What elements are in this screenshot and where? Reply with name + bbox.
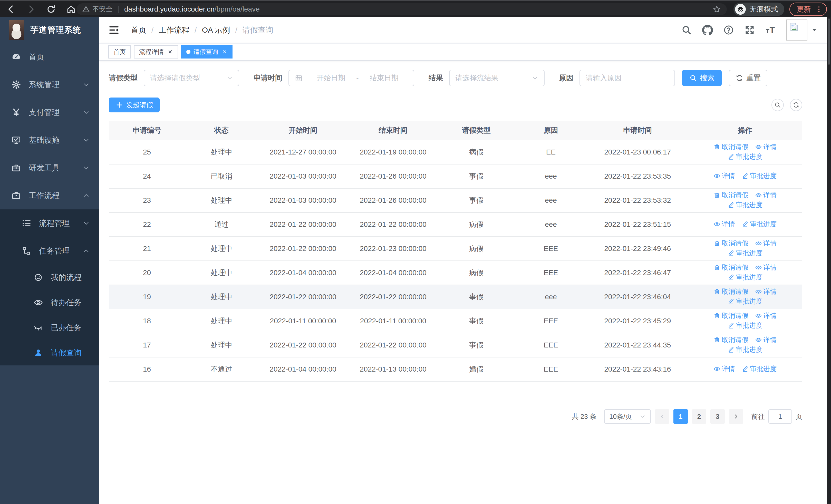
bookmark-star-icon[interactable] xyxy=(712,5,721,13)
detail-link[interactable]: 详情 xyxy=(713,364,735,374)
browser-home-icon[interactable] xyxy=(66,4,76,14)
sidebar-item-流程管理[interactable]: 流程管理 xyxy=(0,209,99,237)
cancel-leave-link[interactable]: 取消请假 xyxy=(713,263,748,272)
breadcrumb-item[interactable]: 首页 xyxy=(131,25,146,35)
page-size-select[interactable]: 10条/页 xyxy=(604,409,651,424)
scrollbar[interactable] xyxy=(827,17,831,504)
table-row-24[interactable]: 24已取消2022-01-03 00:00:002022-01-26 00:00… xyxy=(109,164,802,188)
approval-progress-link[interactable]: 审批进度 xyxy=(742,171,777,180)
reset-button[interactable]: 重置 xyxy=(729,70,767,86)
table-row-22[interactable]: 22通过2022-01-22 00:00:002022-01-22 00:00:… xyxy=(109,212,802,237)
cancel-leave-link[interactable]: 取消请假 xyxy=(713,335,748,345)
detail-link[interactable]: 详情 xyxy=(755,263,777,272)
help-icon[interactable] xyxy=(723,25,734,35)
sidebar-item-研发工具[interactable]: 研发工具 xyxy=(0,154,99,182)
browser-update-button[interactable]: 更新 xyxy=(790,3,827,16)
table-row-17[interactable]: 17处理中2022-01-22 00:00:002022-01-22 00:00… xyxy=(109,333,802,357)
detail-link[interactable]: 详情 xyxy=(755,191,777,200)
sidebar-item-我的流程[interactable]: 我的流程 xyxy=(0,265,99,290)
reason-input[interactable] xyxy=(580,70,675,86)
delete-icon xyxy=(713,312,720,319)
prev-page-button[interactable] xyxy=(655,409,669,424)
detail-link[interactable]: 详情 xyxy=(713,220,735,229)
table-row-21[interactable]: 21处理中2022-01-22 00:00:002022-01-23 00:00… xyxy=(109,237,802,261)
column-header-申请时间: 申请时间 xyxy=(587,121,688,140)
table-row-19[interactable]: 19处理中2022-01-22 00:00:002022-01-22 00:00… xyxy=(109,285,802,309)
sidebar-item-工作流程[interactable]: 工作流程 xyxy=(0,182,99,209)
tab-请假查询[interactable]: 请假查询 xyxy=(181,45,232,59)
detail-link[interactable]: 详情 xyxy=(755,335,777,345)
detail-link[interactable]: 详情 xyxy=(755,311,777,320)
cancel-leave-link[interactable]: 取消请假 xyxy=(713,239,748,248)
not-secure-label: 不安全 xyxy=(92,5,112,13)
address-bar[interactable]: 不安全 dashboard.yudao.iocoder.cn /bpm/oa/l… xyxy=(77,3,727,15)
github-icon[interactable] xyxy=(702,25,713,35)
sidebar-logo-row[interactable]: 芋道管理系统 xyxy=(0,17,99,43)
table-row-25[interactable]: 25处理中2021-12-27 00:00:002022-01-19 00:00… xyxy=(109,140,802,164)
sidebar-item-首页[interactable]: 首页 xyxy=(0,43,99,71)
approval-progress-link[interactable]: 审批进度 xyxy=(727,297,763,306)
apply-time-range-picker[interactable]: 开始日期 - 结束日期 xyxy=(288,70,414,86)
tab-首页[interactable]: 首页 xyxy=(108,45,131,59)
sidebar-item-任务管理[interactable]: 任务管理 xyxy=(0,237,99,265)
sidebar-item-支付管理[interactable]: 支付管理 xyxy=(0,98,99,126)
user-menu-caret-icon[interactable] xyxy=(811,27,818,33)
header-search-icon[interactable] xyxy=(681,25,692,35)
sidebar-item-基础设施[interactable]: 基础设施 xyxy=(0,126,99,154)
page-button-1[interactable]: 1 xyxy=(674,409,688,424)
approval-progress-link[interactable]: 审批进度 xyxy=(727,273,763,282)
cancel-leave-link[interactable]: 取消请假 xyxy=(713,287,748,296)
table-row-18[interactable]: 18处理中2022-01-11 00:00:002022-01-11 00:00… xyxy=(109,309,802,333)
approval-progress-link[interactable]: 审批进度 xyxy=(727,152,763,161)
toolbox-icon xyxy=(11,163,21,173)
font-size-icon[interactable]: TT xyxy=(765,25,776,35)
cancel-leave-link[interactable]: 取消请假 xyxy=(713,191,748,200)
fullscreen-icon[interactable] xyxy=(744,25,755,35)
approval-progress-link[interactable]: 审批进度 xyxy=(727,200,763,209)
approval-progress-link[interactable]: 审批进度 xyxy=(727,345,763,354)
approval-progress-link[interactable]: 审批进度 xyxy=(727,321,763,330)
create-leave-button[interactable]: 发起请假 xyxy=(109,97,160,112)
tab-流程详情[interactable]: 流程详情 xyxy=(134,45,178,59)
result-select[interactable]: 请选择流结果 xyxy=(449,70,545,86)
breadcrumb-item[interactable]: OA 示例 xyxy=(202,25,230,35)
cancel-leave-link[interactable]: 取消请假 xyxy=(713,142,748,151)
breadcrumb-separator: / xyxy=(195,26,197,34)
table-row-16[interactable]: 16不通过2022-01-04 00:00:002022-01-13 00:00… xyxy=(109,357,802,381)
detail-link[interactable]: 详情 xyxy=(755,239,777,248)
table-row-23[interactable]: 23处理中2022-01-03 00:00:002022-01-26 00:00… xyxy=(109,188,802,212)
breadcrumb-item[interactable]: 工作流程 xyxy=(159,25,190,35)
detail-link[interactable]: 详情 xyxy=(755,142,777,151)
approval-progress-link[interactable]: 审批进度 xyxy=(742,220,777,229)
sidebar-item-已办任务[interactable]: 已办任务 xyxy=(0,315,99,340)
page-button-2[interactable]: 2 xyxy=(692,409,706,424)
leave-type-select[interactable]: 请选择请假类型 xyxy=(144,70,239,86)
avatar[interactable] xyxy=(786,20,807,40)
detail-link[interactable]: 详情 xyxy=(755,287,777,296)
page-button-3[interactable]: 3 xyxy=(710,409,725,424)
action-label: 详情 xyxy=(763,142,777,151)
search-button[interactable]: 搜索 xyxy=(682,70,722,86)
detail-link[interactable]: 详情 xyxy=(713,171,735,180)
sidebar-collapse-icon[interactable] xyxy=(108,24,120,36)
scrollbar-thumb[interactable] xyxy=(828,19,830,65)
browser-menu-icon[interactable] xyxy=(815,5,823,13)
table-refresh-button[interactable] xyxy=(790,99,802,111)
action-label: 审批进度 xyxy=(736,249,763,258)
action-label: 详情 xyxy=(763,287,777,296)
sidebar-item-系统管理[interactable]: 系统管理 xyxy=(0,71,99,98)
create-leave-label: 发起请假 xyxy=(126,100,153,110)
table-search-toggle-button[interactable] xyxy=(771,99,784,111)
next-page-button[interactable] xyxy=(729,409,743,424)
browser-forward-icon[interactable] xyxy=(26,4,36,14)
approval-progress-link[interactable]: 审批进度 xyxy=(727,249,763,258)
goto-page-input[interactable] xyxy=(768,409,792,424)
cell-type: 事假 xyxy=(438,164,514,188)
table-row-20[interactable]: 20处理中2022-01-04 00:00:002022-01-04 00:00… xyxy=(109,261,802,285)
cancel-leave-link[interactable]: 取消请假 xyxy=(713,311,748,320)
sidebar-item-请假查询[interactable]: 请假查询 xyxy=(0,340,99,365)
browser-back-icon[interactable] xyxy=(6,4,16,14)
approval-progress-link[interactable]: 审批进度 xyxy=(742,364,777,374)
browser-reload-icon[interactable] xyxy=(46,4,56,14)
sidebar-item-待办任务[interactable]: 待办任务 xyxy=(0,290,99,315)
